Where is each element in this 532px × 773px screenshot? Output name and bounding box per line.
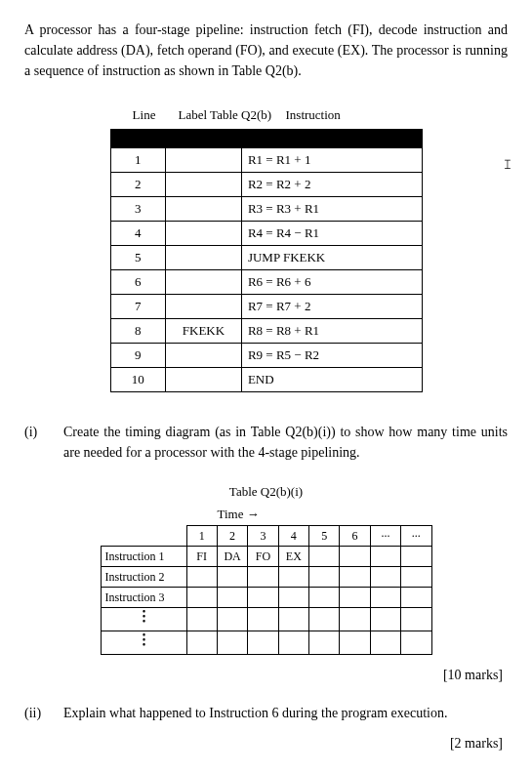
cell-label (166, 367, 242, 391)
part-i: (i) Create the timing diagram (as in Tab… (24, 422, 508, 463)
table-row: 3R3 = R3 + R1 (110, 196, 422, 221)
table-q2bi: Time → 123456······ Instruction 1FIDAFOE… (101, 505, 432, 655)
part-text: Explain what happened to Instruction 6 d… (63, 703, 508, 723)
timing-cell (340, 546, 370, 566)
time-col-header: ··· (370, 525, 400, 546)
table-row: ••• (101, 607, 431, 631)
timing-cell: DA (217, 546, 247, 566)
cell-line: 10 (110, 367, 166, 391)
timing-cell (278, 566, 308, 587)
cell-label (166, 221, 242, 245)
timing-cell (340, 566, 370, 587)
row-header: Instruction 3 (101, 587, 186, 607)
cell-instruction: R1 = R1 + 1 (241, 147, 422, 172)
row-header: Instruction 2 (101, 566, 186, 587)
timing-cell (309, 631, 340, 654)
table-row: ••• (101, 631, 431, 654)
timing-cell (401, 587, 431, 607)
cell-instruction: END (241, 367, 422, 391)
timing-cell (340, 587, 370, 607)
table-blackbar (110, 129, 422, 147)
table-row: Instruction 3 (101, 587, 431, 607)
timing-cell (401, 631, 431, 654)
cell-line: 4 (110, 221, 166, 245)
table-row: 7R7 = R7 + 2 (110, 294, 422, 318)
cell-line: 7 (110, 294, 166, 318)
timing-cell: FI (186, 546, 217, 566)
time-arrow-label: Time → (218, 505, 432, 524)
cell-label (166, 147, 242, 172)
timing-cell (217, 607, 247, 631)
cell-line: 1 (110, 147, 166, 172)
table-row: 10END (110, 367, 422, 391)
timing-cell (217, 566, 247, 587)
part-number: (i) (24, 422, 63, 463)
timing-cell (401, 546, 431, 566)
intro-paragraph: A processor has a four-stage pipeline: i… (24, 20, 508, 81)
cell-label (166, 196, 242, 221)
cell-instruction: R8 = R8 + R1 (241, 318, 422, 343)
timing-cell (278, 631, 308, 654)
table-row: Instruction 2 (101, 566, 431, 587)
row-header: ••• (101, 631, 186, 654)
row-header: ••• (101, 607, 186, 631)
col-header-line: Line (110, 105, 179, 125)
cell-line: 6 (110, 269, 166, 294)
marks-ii: [2 marks] (24, 733, 508, 753)
time-col-header: 3 (248, 525, 278, 546)
timing-cell (340, 631, 370, 654)
timing-cell (401, 607, 431, 631)
table2-title: Table Q2(b)(i) (24, 482, 508, 502)
part-ii: (ii) Explain what happened to Instructio… (24, 703, 508, 723)
time-col-header: ··· (401, 525, 431, 546)
cell-label (166, 294, 242, 318)
timing-cell (248, 587, 278, 607)
cell-instruction: R9 = R5 − R2 (241, 343, 422, 367)
time-col-header: 4 (278, 525, 308, 546)
cell-label (166, 269, 242, 294)
time-col-header: 1 (186, 525, 217, 546)
timing-cell: FO (248, 546, 278, 566)
row-header: Instruction 1 (101, 546, 186, 566)
timing-cell (309, 607, 340, 631)
timing-cell (370, 631, 400, 654)
table-row: 5JUMP FKEKK (110, 245, 422, 269)
time-col-header: 2 (217, 525, 247, 546)
cell-label (166, 172, 242, 196)
cell-line: 2 (110, 172, 166, 196)
timing-cell (370, 607, 400, 631)
table-row: 6R6 = R6 + 6 (110, 269, 422, 294)
table-row: 4R4 = R4 − R1 (110, 221, 422, 245)
cell-instruction: R7 = R7 + 2 (241, 294, 422, 318)
cell-line: 5 (110, 245, 166, 269)
timing-cell (278, 587, 308, 607)
text-cursor-icon: 𝙸 (503, 154, 512, 175)
col-header-instruction: Instruction (286, 105, 423, 125)
part-text: Create the timing diagram (as in Table Q… (63, 422, 508, 463)
timing-cell (370, 546, 400, 566)
timing-cell (248, 631, 278, 654)
timing-cell: EX (278, 546, 308, 566)
table-row: 1R1 = R1 + 1 (110, 147, 422, 172)
time-col-header: 5 (309, 525, 340, 546)
col-header-label: Label Table Q2(b) (179, 105, 286, 125)
timing-cell (186, 607, 217, 631)
table-row: 8FKEKKR8 = R8 + R1 (110, 318, 422, 343)
timing-cell (309, 546, 340, 566)
empty-corner (101, 525, 186, 546)
cell-instruction: JUMP FKEKK (241, 245, 422, 269)
timing-cell (278, 607, 308, 631)
cell-instruction: R2 = R2 + 2 (241, 172, 422, 196)
timing-cell (217, 631, 247, 654)
table-row: 2R2 = R2 + 2 (110, 172, 422, 196)
timing-cell (248, 607, 278, 631)
cell-label (166, 343, 242, 367)
table-q2b: Line Label Table Q2(b) Instruction 1R1 =… (110, 105, 423, 392)
cell-instruction: R6 = R6 + 6 (241, 269, 422, 294)
timing-cell (186, 566, 217, 587)
time-col-header: 6 (340, 525, 370, 546)
timing-cell (401, 566, 431, 587)
timing-cell (217, 587, 247, 607)
timing-cell (340, 607, 370, 631)
timing-cell (370, 587, 400, 607)
